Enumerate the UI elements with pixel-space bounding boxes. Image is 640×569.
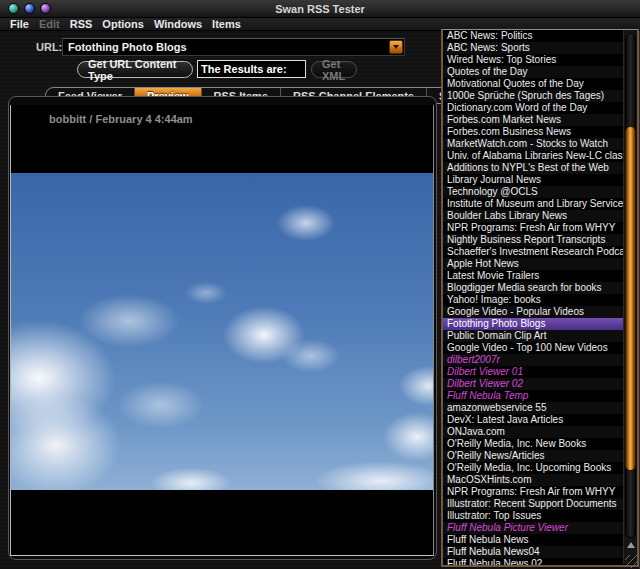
- feed-rows: ABC News: Politics ABC News: Sports Wire…: [443, 30, 624, 567]
- feed-list-item[interactable]: Motivational Quotes of the Day: [443, 78, 624, 90]
- window-controls: [8, 3, 51, 14]
- feed-list-item[interactable]: Fluff Nebula News04: [443, 546, 624, 558]
- menu-item[interactable]: Edit: [39, 18, 68, 30]
- zoom-button[interactable]: [40, 3, 51, 14]
- scroll-up-arrow-icon[interactable]: [627, 542, 635, 548]
- feed-list-item[interactable]: NPR Programs: Fresh Air from WHYY: [443, 486, 624, 498]
- feed-list-item[interactable]: Forbes.com Market News: [443, 114, 624, 126]
- get-url-content-type-button[interactable]: Get URL Content Type: [77, 61, 193, 78]
- feed-list-item[interactable]: Google Video - Top 100 New Videos: [443, 342, 624, 354]
- window-resize-grip[interactable]: [625, 555, 638, 568]
- feed-list-item[interactable]: Blogdigger Media search for books: [443, 282, 624, 294]
- feed-list-item[interactable]: Wired News: Top Stories: [443, 54, 624, 66]
- feed-list-item[interactable]: Illustrator: Recent Support Documents: [443, 498, 624, 510]
- feed-list-item[interactable]: Yahoo! Image: books: [443, 294, 624, 306]
- get-xml-button[interactable]: Get XML: [311, 61, 357, 78]
- feed-list-item[interactable]: Public Domain Clip Art: [443, 330, 624, 342]
- feed-list-item[interactable]: Institute of Museum and Library Services: [443, 198, 624, 210]
- menu-item[interactable]: Options: [102, 18, 152, 30]
- feed-list-item[interactable]: Library Journal News: [443, 174, 624, 186]
- feed-list-item[interactable]: Latest Movie Trailers: [443, 270, 624, 282]
- feed-list-item[interactable]: Apple Hot News: [443, 258, 624, 270]
- feed-list-item[interactable]: Fluff Nebula Picture Viewer: [443, 522, 624, 534]
- feed-list-item[interactable]: Google Video - Popular Videos: [443, 306, 624, 318]
- feed-list-item[interactable]: ONJava.com: [443, 426, 624, 438]
- feed-list-item[interactable]: Illustrator: Top Issues: [443, 510, 624, 522]
- feed-list-item[interactable]: Boulder Labs Library News: [443, 210, 624, 222]
- feed-list-item[interactable]: Fluff Nebula Temp: [443, 390, 624, 402]
- feed-list-item[interactable]: MarketWatch.com - Stocks to Watch: [443, 138, 624, 150]
- feed-list-item[interactable]: Technology @OCLS: [443, 186, 624, 198]
- feed-list-scrollbar[interactable]: [623, 30, 637, 564]
- scrollbar-thumb[interactable]: [625, 126, 636, 471]
- preview-post-header: bobbitt / February 4 4:44am: [49, 113, 193, 125]
- menu-item[interactable]: Items: [212, 18, 249, 30]
- minimize-button[interactable]: [24, 3, 35, 14]
- menu-item[interactable]: File: [10, 18, 37, 30]
- feed-list-item[interactable]: Fotothing Photo Blogs: [443, 318, 624, 330]
- feed-list-item[interactable]: DevX: Latest Java Articles: [443, 414, 624, 426]
- feed-list-item[interactable]: amazonwebservice 55: [443, 402, 624, 414]
- close-button[interactable]: [8, 3, 19, 14]
- feed-list-item[interactable]: ABC News: Politics: [443, 30, 624, 42]
- feed-list-item[interactable]: dilbert2007r: [443, 354, 624, 366]
- feed-list-item[interactable]: 1000e Sprüche (Spruch des Tages): [443, 90, 624, 102]
- feed-list-item[interactable]: NPR Programs: Fresh Air from WHYY: [443, 222, 624, 234]
- feed-list-item[interactable]: MacOSXHints.com: [443, 474, 624, 486]
- feed-list-item[interactable]: ABC News: Sports: [443, 42, 624, 54]
- url-combobox[interactable]: Fotothing Photo Blogs: [62, 38, 405, 56]
- url-label: URL:: [36, 41, 62, 53]
- menu-item[interactable]: Windows: [154, 18, 210, 30]
- chevron-down-icon: [393, 45, 399, 49]
- feed-list-item[interactable]: Fluff Nebula News: [443, 534, 624, 546]
- feed-list-item[interactable]: Forbes.com Business News: [443, 126, 624, 138]
- feed-list-item[interactable]: O'Reilly Media, Inc. Upcoming Books: [443, 462, 624, 474]
- feed-list-item[interactable]: O'Reilly Media, Inc. New Books: [443, 438, 624, 450]
- feed-list-item[interactable]: Schaeffer's Investment Research Podcasts: [443, 246, 624, 258]
- feed-list-item[interactable]: Univ. of Alabama Libraries New-LC class …: [443, 150, 624, 162]
- feed-list: ABC News: Politics ABC News: Sports Wire…: [441, 29, 639, 567]
- feed-list-item[interactable]: Dilbert Viewer 02: [443, 378, 624, 390]
- menu-item[interactable]: RSS: [70, 18, 101, 30]
- window-title: Swan RSS Tester: [0, 3, 640, 15]
- preview-content: bobbitt / February 4 4:44am: [10, 105, 434, 556]
- feed-list-item[interactable]: Dictionary.com Word of the Day: [443, 102, 624, 114]
- feed-list-item[interactable]: Quotes of the Day: [443, 66, 624, 78]
- app-window: Swan RSS Tester File Edit RSS Options Wi…: [0, 0, 640, 569]
- feed-list-item[interactable]: Dilbert Viewer 01: [443, 366, 624, 378]
- feed-list-item[interactable]: Fluff Nebula News 02: [443, 558, 624, 567]
- feed-list-item[interactable]: Nightly Business Report Transcripts: [443, 234, 624, 246]
- url-combobox-value: Fotothing Photo Blogs: [63, 41, 388, 53]
- preview-photo-sky-clouds: [11, 173, 434, 490]
- feed-list-item[interactable]: O'Reilly News/Articles: [443, 450, 624, 462]
- url-dropdown-button[interactable]: [389, 40, 403, 54]
- title-bar: Swan RSS Tester: [0, 0, 640, 18]
- results-field[interactable]: [197, 60, 306, 78]
- feed-list-item[interactable]: Additions to NYPL's Best of the Web: [443, 162, 624, 174]
